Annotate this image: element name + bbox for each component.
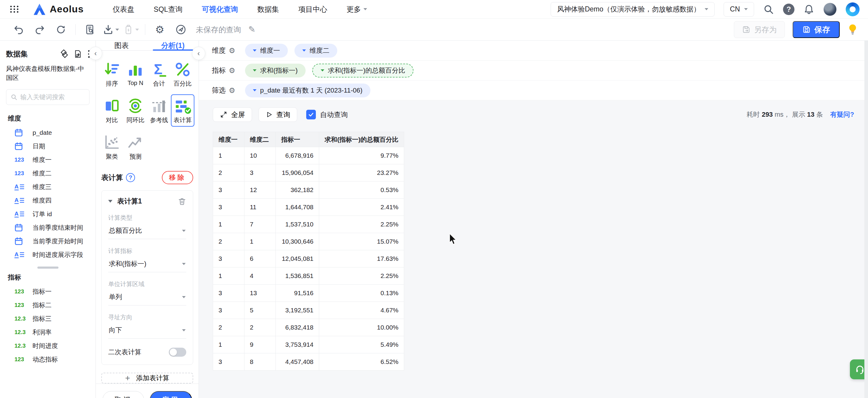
- collapse-analysis-panel-icon[interactable]: ‹: [192, 47, 205, 60]
- search-icon[interactable]: [763, 4, 774, 15]
- project-selector[interactable]: 风神体验Demo（仅演示体验，勿放敏感数据）: [551, 2, 714, 17]
- dimension-pill[interactable]: 维度一: [245, 44, 288, 58]
- field-search-box[interactable]: [6, 89, 90, 105]
- dimension-field-item[interactable]: 日期: [0, 140, 96, 153]
- table-row[interactable]: 3612,045,08117.63%: [213, 250, 404, 268]
- nav-item-1[interactable]: SQL查询: [154, 4, 183, 14]
- table-row[interactable]: 3111,644,7082.41%: [213, 199, 404, 216]
- secondary-calc-toggle[interactable]: [169, 348, 186, 357]
- tab-chart[interactable]: 图表: [96, 41, 147, 50]
- table-row[interactable]: 312362,1820.53%: [213, 182, 404, 199]
- gear-icon[interactable]: ⚙︎: [229, 87, 236, 94]
- table-row[interactable]: 2110,300,64615.07%: [213, 233, 404, 250]
- column-header[interactable]: 指标一: [276, 132, 319, 147]
- apply-button[interactable]: 应用: [150, 391, 192, 398]
- run-query-button[interactable]: 查询: [258, 108, 297, 122]
- help-icon[interactable]: ?: [783, 4, 795, 15]
- export-dataset-icon[interactable]: [73, 50, 82, 59]
- query-log-icon[interactable]: [82, 21, 98, 38]
- gear-icon[interactable]: ⚙︎: [229, 67, 236, 74]
- table-row[interactable]: 226,832,41810.00%: [213, 319, 404, 336]
- collapse-dataset-panel-icon[interactable]: ‹: [89, 47, 102, 60]
- edit-pencil-icon[interactable]: ✎: [248, 25, 255, 34]
- tool-forecast[interactable]: 预测: [124, 131, 147, 163]
- dimension-field-item[interactable]: A维度四: [0, 194, 96, 208]
- tool-compare[interactable]: 对比: [100, 94, 124, 127]
- tool-sum[interactable]: Σ合计: [147, 58, 171, 90]
- metric-field-item[interactable]: 123指标一: [0, 285, 96, 299]
- product-ring-icon[interactable]: [846, 2, 860, 16]
- tool-cluster[interactable]: 聚类: [100, 131, 124, 163]
- table-row[interactable]: 171,537,5102.25%: [213, 216, 404, 233]
- dimension-field-item[interactable]: A维度三: [0, 180, 96, 194]
- dimension-field-item[interactable]: 当前季度结束时间: [0, 221, 96, 235]
- refresh-icon[interactable]: [53, 21, 69, 38]
- brand-logo[interactable]: Aeolus: [33, 3, 84, 16]
- help-circle-icon[interactable]: ?: [126, 173, 135, 182]
- undo-icon[interactable]: [10, 21, 27, 38]
- dimension-field-item[interactable]: 123维度一: [0, 153, 96, 167]
- accelerate-menu-disabled[interactable]: [123, 24, 139, 35]
- calc-field-select[interactable]: 向下: [108, 322, 186, 339]
- table-row[interactable]: 31391,5160.13%: [213, 285, 404, 302]
- metric-field-item[interactable]: 123指标二: [0, 299, 96, 312]
- metric-field-item[interactable]: 12.3利润率: [0, 326, 96, 339]
- table-row[interactable]: 193,753,9145.49%: [213, 336, 404, 354]
- apps-grid-icon[interactable]: [10, 6, 19, 13]
- tool-sort[interactable]: 排序: [100, 58, 124, 90]
- save-as-button[interactable]: 另存为: [734, 21, 785, 38]
- calc-field-select[interactable]: 总额百分比: [108, 222, 186, 239]
- column-header[interactable]: 求和(指标一)的总额百分比: [319, 132, 404, 147]
- collapse-caret-icon[interactable]: [108, 200, 113, 203]
- lightbulb-icon[interactable]: [847, 24, 858, 36]
- user-avatar[interactable]: [824, 3, 837, 16]
- filter-pill[interactable]: p_date 最近有数 1 天 (2023-11-06): [245, 84, 370, 97]
- switch-dataset-icon[interactable]: [59, 50, 68, 59]
- nav-item-2[interactable]: 可视化查询: [202, 4, 238, 14]
- share-icon[interactable]: [173, 21, 189, 38]
- table-row[interactable]: 2315,906,05423.27%: [213, 164, 404, 182]
- dimension-field-item[interactable]: A时间进度展示字段: [0, 248, 96, 262]
- feedback-link[interactable]: 有疑问?: [830, 111, 854, 118]
- tool-percent[interactable]: 百分比: [171, 58, 194, 90]
- bell-icon[interactable]: [804, 4, 814, 15]
- metric-field-item[interactable]: 12.3时间进度: [0, 339, 96, 353]
- table-row[interactable]: 384,457,4086.52%: [213, 354, 404, 371]
- calc-field-select[interactable]: 单列: [108, 288, 186, 305]
- column-header[interactable]: 维度二: [244, 132, 276, 147]
- table-row[interactable]: 141,536,8512.25%: [213, 268, 404, 285]
- nav-item-5[interactable]: 更多: [347, 4, 367, 14]
- page-scrollbar[interactable]: [864, 41, 868, 398]
- metric-field-item[interactable]: 12.3指标三: [0, 312, 96, 326]
- table-row[interactable]: 1106,678,9169.77%: [213, 147, 404, 164]
- metric-field-item[interactable]: 123动态指标: [0, 353, 96, 366]
- calc-field-select[interactable]: 求和(指标一): [108, 255, 186, 272]
- locale-selector[interactable]: CN: [724, 2, 754, 17]
- gear-icon[interactable]: ⚙︎: [229, 47, 236, 54]
- tool-reference-line[interactable]: 参考线: [147, 94, 171, 127]
- save-button[interactable]: 保存: [793, 21, 840, 38]
- field-search-input[interactable]: [21, 93, 85, 101]
- tool-table-calc[interactable]: 表计算: [171, 94, 194, 127]
- fullscreen-button[interactable]: 全屏: [213, 108, 252, 122]
- add-table-calc-button[interactable]: + 添加表计算: [101, 373, 193, 384]
- checkbox-checked-icon[interactable]: [306, 110, 316, 119]
- trash-icon[interactable]: [178, 197, 186, 206]
- measure-pill[interactable]: 求和(指标一): [245, 64, 306, 78]
- tab-analysis[interactable]: 分析(1): [147, 41, 199, 50]
- cancel-button[interactable]: 取消: [102, 391, 144, 398]
- panel-resize-handle[interactable]: [37, 267, 59, 269]
- nav-item-0[interactable]: 仪表盘: [113, 4, 134, 14]
- redo-icon[interactable]: [31, 21, 48, 38]
- dimension-field-item[interactable]: 当前季度开始时间: [0, 235, 96, 248]
- nav-item-4[interactable]: 项目中心: [299, 4, 327, 14]
- dimension-field-item[interactable]: A订单 id: [0, 208, 96, 221]
- dimension-field-item[interactable]: 123维度二: [0, 167, 96, 180]
- column-header[interactable]: 维度一: [213, 132, 244, 147]
- dimension-field-item[interactable]: p_date: [0, 126, 96, 140]
- tool-topn[interactable]: Top N: [124, 58, 147, 90]
- remove-table-calc-button[interactable]: 移除: [162, 171, 193, 184]
- table-row[interactable]: 353,192,5514.67%: [213, 302, 404, 319]
- auto-query-toggle[interactable]: 自动查询: [306, 110, 348, 119]
- measure-dashed-pill[interactable]: 求和(指标一)的总额百分比: [312, 64, 414, 78]
